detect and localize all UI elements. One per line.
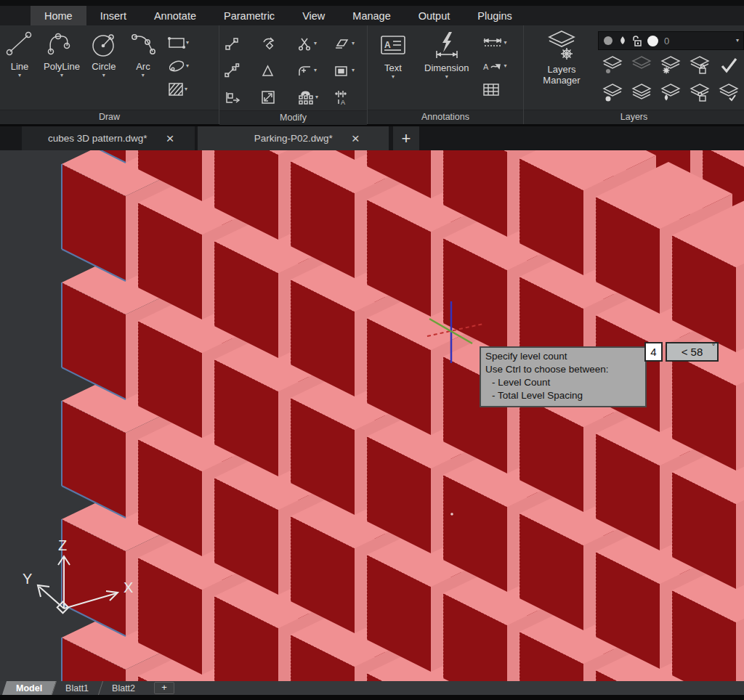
modify-tool-erase[interactable]: ▾ [333,30,369,57]
draw-button-label: PolyLine [44,61,80,72]
draw-button-polyline[interactable]: PolyLine▾ [39,25,84,81]
annotation-small-buttons: ▾A▾ [482,25,506,101]
drawing-viewport[interactable]: Z Y X Specify level countUse Ctrl to cho… [0,150,744,681]
chevron-down-icon[interactable]: ▾ [60,72,63,79]
layer-tool-layer-isolate[interactable] [627,81,656,105]
layer-tool-layer-off[interactable] [598,53,627,78]
draw-button-label: Arc [136,61,150,72]
leader-icon: A [482,59,504,73]
explode-icon [224,89,243,105]
chevron-down-icon[interactable]: ▾ [504,62,506,70]
sheet-tab-blatt2[interactable]: Blatt2 [100,681,147,695]
layer-color-swatch[interactable] [647,35,659,47]
chevron-down-icon[interactable]: ▾ [352,67,355,74]
ribbon-section-modify: ▾▾▾▾▾A Modify [219,25,368,124]
layer-on-status-icon[interactable] [603,36,613,46]
angle-value: < 58 [682,346,703,358]
draw-small-button-hatch[interactable]: ▾ [167,78,189,101]
layer-tool-layer-lock[interactable] [685,53,714,78]
annotation-tool-dimension-span[interactable]: ▾ [482,31,506,54]
chevron-down-icon[interactable]: ▾ [314,40,317,47]
scale-box-icon [260,89,278,105]
layer-tool-layer-check[interactable] [714,53,743,78]
layer-transparency-status-icon[interactable] [618,36,627,46]
layer-tool-layer-unlock[interactable] [685,81,714,105]
angle-input[interactable]: < 58 ° [666,342,719,362]
document-tab-label: cubes 3D pattern.dwg* [48,133,147,144]
chevron-down-icon[interactable]: ▾ [392,73,395,81]
draw-button-arc[interactable]: Arc▾ [124,25,163,81]
chevron-down-icon[interactable]: ▾ [504,39,506,46]
draw-small-button-ellipse[interactable]: ▾ [167,54,189,78]
sheet-tab-blatt1[interactable]: Blatt1 [54,681,100,695]
sheet-tab-label: Blatt2 [112,683,135,693]
draw-button-label: Line [11,61,29,72]
close-icon[interactable]: × [166,131,174,145]
chevron-down-icon[interactable]: ▾ [352,40,355,47]
rotate-icon [260,36,278,52]
level-count-input[interactable]: 4 [644,342,663,362]
svg-text:A: A [384,40,391,50]
add-sheet-button[interactable]: + [154,682,174,694]
new-document-tab-button[interactable]: + [393,126,419,150]
dynamic-input-tooltip: Specify level countUse Ctrl to choose be… [480,346,647,407]
close-icon[interactable]: × [352,131,360,145]
chevron-down-icon[interactable]: ▾ [18,72,21,79]
menu-tab-output[interactable]: Output [405,6,464,25]
modify-section-label: Modify [219,110,367,125]
svg-text:A: A [341,99,345,106]
draw-button-line[interactable]: Line▾ [0,25,39,81]
sheet-tab-model[interactable]: Model [4,681,54,695]
chevron-down-icon[interactable]: ▾ [186,62,189,70]
modify-tool-trim[interactable]: ▾ [296,30,333,57]
modify-tool-array[interactable]: ▾ [296,84,333,110]
modify-tool-scale-box[interactable] [260,84,296,110]
draw-section-label: Draw [0,110,219,124]
chevron-down-icon[interactable]: ▾ [314,67,317,74]
menu-tab-home[interactable]: Home [31,6,86,25]
modify-tool-scale[interactable] [224,57,260,84]
draw-button-circle[interactable]: Circle▾ [84,25,124,81]
modify-tool-rotate[interactable] [260,30,296,57]
menu-tab-manage[interactable]: Manage [339,6,404,25]
modify-tool-offset[interactable]: ▾ [333,57,369,84]
chevron-down-icon[interactable]: ▾ [736,37,739,44]
layer-tool-layer-freeze[interactable] [627,53,656,78]
layer-unlock-status-icon[interactable] [632,36,642,46]
modify-tool-explode[interactable] [224,84,260,110]
chevron-down-icon[interactable]: ▾ [102,72,105,79]
layer-tool-layer-thaw[interactable] [656,53,685,78]
annotation-tool-leader[interactable]: A▾ [482,54,506,78]
menu-tab-parametric[interactable]: Parametric [210,6,288,25]
chevron-down-icon[interactable]: ▾ [185,86,187,93]
modify-tool-fillet[interactable]: ▾ [296,57,333,84]
menu-tab-insert[interactable]: Insert [86,6,140,25]
menu-tab-annotate[interactable]: Annotate [140,6,210,25]
rectangle-icon [167,36,186,49]
draw-small-button-rectangle[interactable]: ▾ [167,31,189,54]
annotation-tool-table[interactable] [482,78,506,101]
ribbon: Line▾PolyLine▾Circle▾Arc▾▾▾▾ Draw ▾▾▾▾▾A… [0,25,744,126]
modify-tool-copy[interactable] [224,30,260,57]
layer-tool-layer-on[interactable] [598,81,627,105]
menu-tab-plugins[interactable]: Plugins [464,6,526,25]
layer-dropdown[interactable]: 0 ▾ [598,31,744,50]
draw-button-label: Circle [92,61,116,72]
modify-tool-align[interactable]: A [333,84,369,110]
ribbon-section-draw: Line▾PolyLine▾Circle▾Arc▾▾▾▾ Draw [0,25,219,124]
chevron-down-icon[interactable]: ▾ [315,94,318,101]
chevron-down-icon[interactable]: ▾ [142,72,145,79]
layer-tool-layer-transparency[interactable] [656,81,685,105]
layer-tool-layer-states[interactable] [714,81,743,105]
layers-manager-button[interactable]: Layers Manager [530,25,594,87]
chevron-down-icon[interactable]: ▾ [445,73,448,81]
dimension-button[interactable]: Dimension ▾ [420,25,473,82]
modify-tool-mirror[interactable] [260,57,296,84]
chevron-down-icon[interactable]: ▾ [186,39,189,46]
text-button[interactable]: A Text ▾ [373,25,413,82]
menu-tab-view[interactable]: View [288,6,339,25]
document-tab-1[interactable]: cubes 3D pattern.dwg*× [22,126,195,150]
document-tab-label: Parking-P02.dwg* [254,133,333,144]
document-tab-2[interactable]: Parking-P02.dwg*× [198,126,389,150]
erase-icon [333,36,352,52]
